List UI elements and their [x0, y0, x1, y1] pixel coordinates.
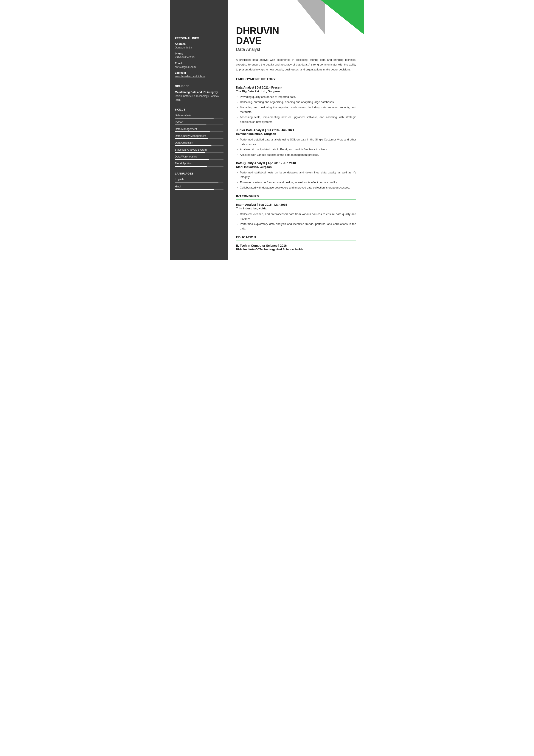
skill-name: Data Analysis — [175, 114, 223, 117]
linkedin-block: LinkedIn www.linkedin.com/in/dhruv — [175, 71, 223, 78]
job-company: Hammer Industries, Gurgaon — [236, 132, 356, 136]
name-line1: DHRUVIN — [236, 25, 279, 36]
skill-bar-fill — [175, 124, 207, 125]
job-bullet: Performed detailed data analysis using S… — [240, 137, 356, 147]
job-title: Data Analyst — [236, 47, 356, 52]
education-list: B. Tech in Computer Science | 2016 Birla… — [236, 244, 356, 251]
skill-bar-bg — [175, 145, 223, 146]
skill-bar-bg — [175, 138, 223, 139]
skill-name: Data Quality Management — [175, 134, 223, 137]
languages-list: English Hindi — [175, 178, 223, 190]
address-block: Address Gurgaon, India — [175, 42, 223, 49]
skill-item: Data Quality Management — [175, 134, 223, 139]
skill-bar-fill — [175, 118, 214, 119]
job-entry: Data Quality Analyst | Apr 2016 - Jun 20… — [236, 161, 356, 190]
edu-title: B. Tech in Computer Science | 2016 — [236, 244, 356, 247]
job-bullet: Performed statistical tests on large dat… — [240, 170, 356, 179]
job-bullets: Performed detailed data analysis using S… — [236, 137, 356, 157]
skill-item: Trend Spotting — [175, 162, 223, 167]
language-bar-bg — [175, 182, 223, 182]
job-bullet: Assisted with various aspects of the dat… — [240, 152, 356, 157]
jobs-list: Data Analyst | Jul 2021 - Present The Bi… — [236, 86, 356, 190]
education-entry: B. Tech in Computer Science | 2016 Birla… — [236, 244, 356, 251]
phone-block: Phone +91-9876543210 — [175, 52, 223, 59]
email-block: Email dhruv@gmail.com — [175, 62, 223, 69]
course-title: Maintaining Data and it's integrity — [175, 91, 223, 94]
job-bullets: Performed statistical tests on large dat… — [236, 170, 356, 190]
phone-label: Phone — [175, 52, 223, 55]
job-bullet: Collecting, entering and organizing, cle… — [240, 100, 356, 104]
linkedin-label: LinkedIn — [175, 71, 223, 74]
internships-divider — [236, 199, 356, 200]
course-institute: Indian Institute Of Technology Bombay — [175, 94, 223, 98]
course-item: Maintaining Data and it's integrity Indi… — [175, 91, 223, 102]
job-entry: Junior Data Analyst | Jul 2018 - Jun 202… — [236, 128, 356, 157]
skill-item: Python — [175, 121, 223, 125]
skill-bar-bg — [175, 124, 223, 125]
skill-item: Data Analysis — [175, 114, 223, 119]
job-bullet: Assessing tests, implementing new or upg… — [240, 115, 356, 124]
candidate-name: DHRUVIN DAVE — [236, 13, 356, 46]
job-header: Data Analyst | Jul 2021 - Present — [236, 86, 356, 89]
skill-bar-bg — [175, 166, 223, 167]
skill-name: Data Management — [175, 127, 223, 131]
skill-bar-bg — [175, 159, 223, 160]
education-title: EDUCATION — [236, 235, 356, 239]
job-company: Stark Industries, Gurgaon — [236, 165, 356, 169]
skill-bar-fill — [175, 131, 210, 132]
language-bar-fill — [175, 189, 214, 190]
name-line2: DAVE — [236, 35, 262, 46]
skill-name: Data Warehousing — [175, 155, 223, 158]
language-name: Hindi — [175, 185, 223, 188]
skill-item: Data Management — [175, 127, 223, 132]
employment-divider — [236, 82, 356, 82]
internships-title: INTERNSHIPS — [236, 194, 356, 198]
skill-bar-fill — [175, 138, 208, 139]
email-value: dhruv@gmail.com — [175, 65, 223, 69]
summary: A proficient data analyst with experienc… — [236, 58, 356, 72]
skill-bar-fill — [175, 166, 207, 167]
job-bullets: Providing quality assurance of imported … — [236, 94, 356, 124]
linkedin-link[interactable]: www.linkedin.com/in/dhruv — [175, 75, 205, 78]
education-divider — [236, 240, 356, 240]
skill-bar-fill — [175, 145, 212, 146]
job-bullet: Analysed & manipulated data in Excel, an… — [240, 147, 356, 152]
languages-title: LANGUAGES — [175, 172, 223, 175]
skills-list: Data Analysis Python Data Management Dat… — [175, 114, 223, 167]
internship-bullet: Collected, cleaned, and preprocessed dat… — [240, 212, 356, 221]
job-bullet: Collaborated with database developers an… — [240, 185, 356, 190]
skill-name: Trend Spotting — [175, 162, 223, 165]
name-divider — [236, 54, 356, 54]
skill-name: Statistical Analysis System — [175, 148, 223, 151]
skill-bar-bg — [175, 118, 223, 119]
job-bullet: Managing and designing the reporting env… — [240, 105, 356, 114]
main-content: DHRUVIN DAVE Data Analyst A proficient d… — [228, 0, 364, 259]
personal-info-title: PERSONAL INFO — [175, 37, 223, 40]
skill-bar-bg — [175, 131, 223, 132]
skill-name: Python — [175, 121, 223, 124]
internship-entry: Intern Analyst | Sep 2015 - Mar 2016 Tri… — [236, 203, 356, 231]
internship-bullets: Collected, cleaned, and preprocessed dat… — [236, 212, 356, 231]
skill-name: Data Collection — [175, 141, 223, 144]
job-header: Junior Data Analyst | Jul 2018 - Jun 202… — [236, 128, 356, 132]
language-bar-bg — [175, 189, 223, 190]
skill-bar-fill — [175, 152, 205, 153]
employment-title: EMPLOYMENT HISTORY — [236, 77, 356, 81]
linkedin-value: www.linkedin.com/in/dhruv — [175, 75, 223, 78]
skill-item: Data Warehousing — [175, 155, 223, 160]
internship-company: Trim Industries, Noida — [236, 207, 356, 210]
internship-header: Intern Analyst | Sep 2015 - Mar 2016 — [236, 203, 356, 206]
skill-item: Statistical Analysis System — [175, 148, 223, 153]
job-bullet: Evaluated system performance and design,… — [240, 180, 356, 185]
email-label: Email — [175, 62, 223, 65]
page: PERSONAL INFO Address Gurgaon, India Pho… — [170, 0, 364, 259]
skill-bar-bg — [175, 152, 223, 153]
skill-bar-fill — [175, 159, 209, 160]
internships-list: Intern Analyst | Sep 2015 - Mar 2016 Tri… — [236, 203, 356, 231]
course-year: 2015 — [175, 98, 223, 102]
job-company: The Big Data Pvt. Ltd., Gurgaon — [236, 90, 356, 93]
language-name: English — [175, 178, 223, 181]
language-item: Hindi — [175, 185, 223, 190]
job-bullet: Providing quality assurance of imported … — [240, 94, 356, 99]
address-label: Address — [175, 42, 223, 45]
